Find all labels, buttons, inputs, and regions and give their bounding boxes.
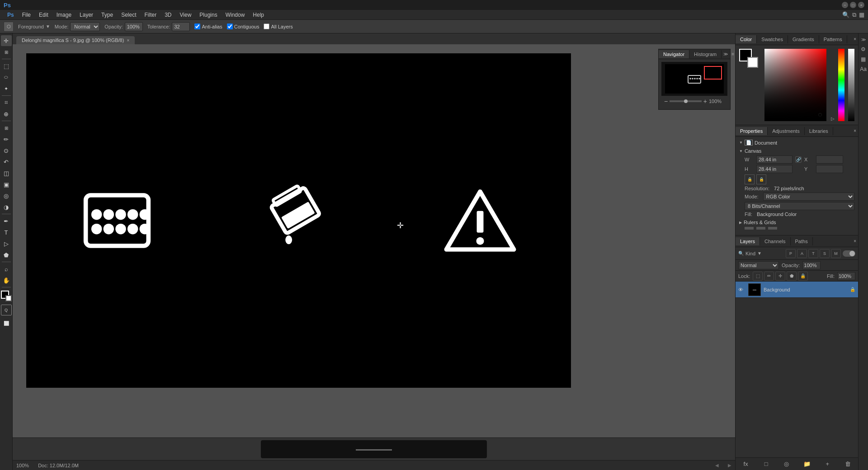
document-section-header[interactable]: ▼ 📄 Document — [739, 140, 854, 146]
menu-help[interactable]: Help — [249, 11, 268, 19]
layers-panel-close[interactable]: × — [852, 239, 858, 244]
properties-tab[interactable]: Properties — [736, 127, 768, 135]
minimize-button[interactable]: − — [842, 2, 848, 8]
history-brush-tool[interactable]: ↶ — [1, 156, 12, 167]
fill-layers-input[interactable] — [837, 272, 855, 280]
canvas-x-input[interactable] — [816, 155, 843, 164]
document-tab[interactable]: Delonghi magnifica S - 9.jpg @ 100% (RGB… — [16, 36, 135, 44]
dodge-tool[interactable]: ◑ — [1, 202, 12, 212]
paths-tab[interactable]: Paths — [791, 237, 813, 245]
clone-stamp-tool[interactable]: ⊙ — [1, 145, 12, 156]
anti-alias-option[interactable]: Anti-alias — [194, 24, 222, 29]
contiguous-option[interactable]: Contiguous — [227, 24, 259, 29]
properties-close-btn[interactable]: × — [852, 128, 858, 133]
swatches-tab[interactable]: Swatches — [757, 35, 788, 43]
lock-artboard-btn[interactable]: ⬟ — [787, 272, 797, 281]
menu-3d[interactable]: 3D — [161, 11, 175, 19]
menu-window[interactable]: Window — [222, 11, 249, 19]
toolbar-color-swatches[interactable] — [1, 291, 12, 301]
canvas-height-input[interactable] — [756, 165, 793, 173]
group-button[interactable]: 📁 — [802, 459, 812, 469]
prop-lock-btn-2[interactable]: 🔒 — [756, 174, 766, 184]
menu-file[interactable]: File — [19, 11, 34, 19]
canvas-container[interactable]: Navigator Histogram ≫ ≡ — [13, 44, 735, 460]
fx-button[interactable]: fx — [741, 459, 751, 469]
lock-image-btn[interactable]: ✏ — [764, 272, 774, 281]
zoom-tool[interactable]: ⌕ — [1, 263, 12, 274]
bit-depth-select[interactable]: 8 Bits/Channel — [745, 202, 854, 210]
canvas-section-header[interactable]: ▼ Canvas — [739, 148, 854, 154]
foreground-dropdown-icon[interactable]: ▼ — [46, 24, 50, 29]
color-spectrum[interactable] — [764, 49, 826, 121]
panel-icon-2[interactable]: ▦ — [859, 55, 868, 63]
hand-tool[interactable]: ✋ — [1, 275, 12, 286]
menu-type[interactable]: Type — [98, 11, 117, 19]
mode-select[interactable]: Normal — [70, 22, 100, 31]
blur-tool[interactable]: ◎ — [1, 190, 12, 201]
menu-image[interactable]: Image — [53, 11, 75, 19]
scroll-left-btn[interactable]: ◀ — [715, 463, 719, 468]
contiguous-checkbox[interactable] — [227, 24, 233, 29]
histogram-tab[interactable]: Histogram — [689, 50, 722, 58]
scroll-right-btn[interactable]: ▶ — [728, 463, 731, 468]
new-layer-button[interactable]: + — [822, 459, 832, 469]
rulers-section-header[interactable]: ▶ Rulers & Grids — [739, 220, 854, 225]
opacity-input[interactable] — [125, 22, 143, 31]
menu-edit[interactable]: Edit — [35, 11, 52, 19]
menu-view[interactable]: View — [176, 11, 195, 19]
canvas-width-input[interactable] — [756, 155, 793, 164]
color-tab[interactable]: Color — [736, 35, 757, 43]
gradients-tab[interactable]: Gradients — [788, 35, 819, 43]
artboard-tool[interactable]: ⊞ — [1, 47, 12, 57]
panel-icon-1[interactable]: ⚙ — [859, 45, 868, 53]
all-layers-option[interactable]: All Layers — [264, 24, 292, 29]
wh-link-icon[interactable]: 🔗 — [795, 156, 802, 163]
adjustments-tab[interactable]: Adjustments — [768, 127, 805, 135]
lock-position-btn[interactable]: ✛ — [775, 272, 785, 281]
menu-ps[interactable]: Ps — [4, 11, 18, 19]
opacity-layers-input[interactable] — [802, 261, 821, 269]
document-tab-close[interactable]: × — [127, 38, 129, 43]
screen-mode-btn[interactable]: ⬜ — [1, 318, 12, 329]
workspace-icon[interactable]: ⧉ — [852, 11, 856, 19]
collapse-panels-btn[interactable]: ≫ — [859, 35, 868, 43]
patterns-tab[interactable]: Patterns — [819, 35, 847, 43]
blend-mode-select[interactable]: Normal — [738, 261, 779, 269]
search-icon[interactable]: 🔍 — [842, 11, 849, 18]
shape-tool[interactable]: ⬟ — [1, 249, 12, 260]
text-tool[interactable]: T — [1, 227, 12, 238]
hue-slider[interactable] — [838, 49, 844, 121]
filter-shape-btn[interactable]: S — [820, 249, 830, 258]
lock-all-btn[interactable]: 🔒 — [798, 272, 808, 281]
filter-dropdown-icon[interactable]: ▼ — [757, 251, 762, 256]
eyedropper-tool[interactable]: ⊕ — [1, 108, 12, 119]
navigator-tab[interactable]: Navigator — [659, 50, 689, 58]
menu-select[interactable]: Select — [118, 11, 140, 19]
filter-type-btn[interactable]: T — [808, 249, 818, 258]
lock-pixels-btn[interactable]: ⬚ — [753, 272, 763, 281]
menu-filter[interactable]: Filter — [141, 11, 160, 19]
filter-smart-btn[interactable]: M — [831, 249, 841, 258]
marquee-tool[interactable]: ⬚ — [1, 61, 12, 71]
arrange-icon[interactable]: ▦ — [859, 11, 864, 18]
all-layers-checkbox[interactable] — [264, 24, 269, 29]
canvas-document[interactable]: ✛ — [26, 53, 571, 388]
maximize-button[interactable]: □ — [850, 2, 856, 8]
lasso-tool[interactable]: ⬭ — [1, 72, 12, 83]
crop-tool[interactable]: ⌗ — [1, 97, 12, 108]
background-color-swatch[interactable] — [747, 57, 758, 68]
layer-background[interactable]: 👁 ▬ Background 🔒 — [736, 282, 858, 298]
spot-healing-tool[interactable]: ⊞ — [1, 122, 12, 133]
toolbar-bg-swatch[interactable] — [5, 295, 12, 301]
menu-layer[interactable]: Layer — [76, 11, 97, 19]
filter-toggle[interactable] — [843, 250, 855, 257]
anti-alias-checkbox[interactable] — [194, 24, 200, 29]
delete-layer-button[interactable]: 🗑 — [843, 459, 853, 469]
menu-plugins[interactable]: Plugins — [196, 11, 221, 19]
filter-adjust-btn[interactable]: A — [797, 249, 807, 258]
nav-zoom-slider[interactable] — [670, 100, 702, 102]
quick-selection-tool[interactable]: ✦ — [1, 83, 12, 94]
tolerance-input[interactable] — [172, 22, 190, 31]
move-tool[interactable]: ✛ — [1, 35, 12, 46]
add-mask-button[interactable]: □ — [761, 459, 771, 469]
